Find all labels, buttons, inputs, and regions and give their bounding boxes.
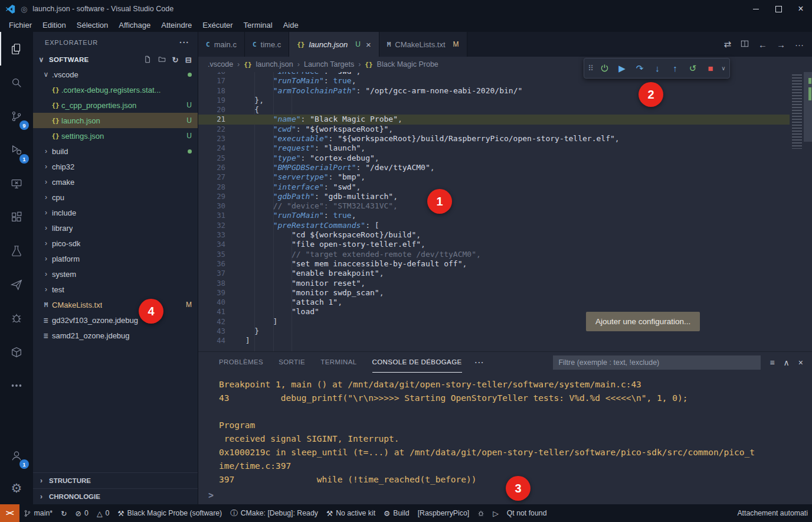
code-line-29[interactable]: 29 "gdbPath": "gdb-multiarch", [198, 192, 790, 201]
tree-item-build[interactable]: ›build [33, 143, 198, 159]
close-icon[interactable]: × [366, 40, 371, 50]
tree-item-cpu[interactable]: ›cpu [33, 190, 198, 205]
line-number[interactable]: 42 [198, 317, 236, 327]
panel-tab-sortie[interactable]: SORTIE [279, 352, 305, 373]
menu-item-edition[interactable]: Edition [37, 21, 71, 30]
tree-item-system[interactable]: ›system [33, 266, 198, 282]
line-number[interactable]: 18 [198, 86, 236, 96]
compare-icon[interactable]: ⇄ [723, 39, 731, 50]
line-number[interactable]: 25 [198, 154, 236, 163]
debug-console-input[interactable]: > [198, 490, 812, 504]
code-line-26[interactable]: 26 "BMPGDBSerialPort": "/dev/ttyACM0", [198, 163, 790, 172]
status-active-kit[interactable]: ⚒No active kit [322, 504, 379, 522]
line-number[interactable]: 22 [198, 125, 236, 134]
code-line-22[interactable]: 22 "cwd": "${workspaceRoot}", [198, 125, 790, 134]
line-number[interactable]: 27 [198, 172, 236, 182]
tree-item-platform[interactable]: ›platform [33, 251, 198, 266]
step-out-button[interactable]: ↑ [666, 59, 684, 77]
split-editor-icon[interactable] [741, 40, 749, 50]
line-number[interactable]: 20 [198, 105, 236, 115]
code-line-40[interactable]: 40 "attach 1", [198, 298, 790, 307]
code-line-36[interactable]: 36 "set mem inaccessible-by-default off"… [198, 259, 790, 269]
close-panel-icon[interactable]: × [798, 358, 803, 367]
line-number[interactable]: 40 [198, 298, 236, 307]
collapse-all-icon[interactable]: ⊟ [185, 56, 192, 64]
explorer-icon[interactable] [0, 32, 33, 66]
status-warnings[interactable]: △0 [93, 504, 113, 522]
tab-main-c[interactable]: Cmain.c [198, 32, 245, 57]
menu-item-s-lection[interactable]: Sélection [71, 21, 113, 30]
maximize-button[interactable] [767, 0, 790, 18]
breadcrumb-item-black-magic-probe[interactable]: Black Magic Probe [377, 60, 438, 68]
line-number[interactable]: 24 [198, 143, 236, 153]
status-build-target[interactable]: [RaspberryPico] [414, 504, 473, 522]
code-line-23[interactable]: 23 "executable": "${workspaceRoot}/build… [198, 134, 790, 143]
search-icon[interactable] [0, 66, 33, 99]
tree-item-test[interactable]: ›test [33, 282, 198, 297]
tree-item-cmake[interactable]: ›cmake [33, 174, 198, 190]
line-number[interactable]: 39 [198, 288, 236, 298]
minimap[interactable] [790, 73, 804, 351]
status-cmake-status[interactable]: ⓘCMake: [Debug]: Ready [226, 504, 322, 522]
extensions-icon[interactable] [0, 200, 33, 234]
code-line-28[interactable]: 28 "interface": "swd", [198, 182, 790, 192]
package-icon[interactable] [0, 335, 33, 368]
menu-item-fichier[interactable]: Fichier [4, 21, 37, 30]
filter-input[interactable] [553, 355, 761, 370]
status-sync[interactable]: ↻ [57, 504, 71, 522]
tree-item-c-cpp-properties-json[interactable]: {}c_cpp_properties.jsonU [33, 97, 198, 113]
tab-cmakelists-txt[interactable]: MCMakeLists.txtM [379, 32, 467, 57]
breadcrumb-item-vscode[interactable]: .vscode [208, 60, 233, 68]
menu-item-atteindre[interactable]: Atteindre [156, 21, 197, 30]
back-arrow-icon[interactable]: ← [758, 40, 767, 50]
section-structure[interactable]: › STRUCTURE [33, 472, 198, 488]
restart-button[interactable]: ↺ [684, 59, 702, 77]
status-debug-configuration[interactable]: ⚒Black Magic Probe (software) [113, 504, 226, 522]
accounts-icon[interactable]: 1 [0, 439, 33, 472]
tree-item-library[interactable]: ›library [33, 220, 198, 236]
tree-item-launch-json[interactable]: {}launch.jsonU [33, 113, 198, 128]
code-line-38[interactable]: 38 "monitor reset", [198, 279, 790, 288]
tree-item-samd21-ozone-jdebug[interactable]: ≡samd21_ozone.jdebug [33, 328, 198, 343]
step-over-button[interactable]: ↷ [631, 59, 649, 77]
step-into-button[interactable]: ↓ [649, 59, 666, 77]
menu-item-aide[interactable]: Aide [278, 21, 304, 30]
add-configuration-button[interactable]: Ajouter une configuration... [586, 312, 700, 331]
line-number[interactable]: 17 [198, 76, 236, 86]
code-line-39[interactable]: 39 "monitor swdp_scan", [198, 288, 790, 298]
line-number[interactable]: 23 [198, 134, 236, 143]
tree-item-cmakelists-txt[interactable]: MCMakeLists.txtM [33, 297, 198, 312]
line-number[interactable]: 21 [198, 115, 236, 124]
line-number[interactable]: 33 [198, 230, 236, 240]
code-line-44[interactable]: 44 ] [198, 336, 790, 345]
code-line-25[interactable]: 25 "type": "cortex-debug", [198, 154, 790, 163]
code-line-32[interactable]: 32 "preRestartCommands": [ [198, 221, 790, 230]
tab-time-c[interactable]: Ctime.c [245, 32, 289, 57]
code-line-42[interactable]: 42 ] [198, 317, 790, 327]
line-number[interactable]: 28 [198, 182, 236, 192]
code-line-31[interactable]: 31 "runToMain": true, [198, 211, 790, 220]
tree-item-vscode[interactable]: ∨.vscode [33, 67, 198, 82]
line-number[interactable]: 26 [198, 163, 236, 172]
status-cmake-debug-button[interactable] [473, 504, 489, 522]
bug-round-icon[interactable] [0, 301, 33, 335]
settings-gear-icon[interactable]: ⚙ [0, 472, 33, 504]
code-line-19[interactable]: 19 }, [198, 96, 790, 105]
panel-tab-console-de-d-bogage[interactable]: CONSOLE DE DÉBOGAGE [372, 352, 462, 373]
code-line-24[interactable]: 24 "request": "launch", [198, 143, 790, 153]
code-line-30[interactable]: 30 // "device": "STM32L431VC", [198, 201, 790, 211]
line-number[interactable]: 30 [198, 201, 236, 211]
code-line-20[interactable]: 20 { [198, 105, 790, 115]
code-line-18[interactable]: 18 "armToolchainPath": "/opt/gcc-arm-non… [198, 86, 790, 96]
line-number[interactable]: 34 [198, 240, 236, 249]
stop-button[interactable]: ■ [702, 59, 719, 77]
line-number[interactable]: 44 [198, 336, 236, 345]
drag-handle-icon[interactable]: ⠿ [586, 59, 595, 77]
console-lines-icon[interactable]: ≡ [770, 358, 774, 367]
devices-icon[interactable] [0, 167, 33, 200]
breadcrumb-item-launch-targets[interactable]: Launch Targets [304, 60, 354, 68]
code-editor[interactable]: 16 "interface": "swd",17 "runToMain": tr… [198, 72, 812, 351]
code-line-43[interactable]: 43 } [198, 327, 790, 336]
code-line-21[interactable]: 21 "name": "Black Magic Probe", [198, 115, 790, 124]
status-qt-status[interactable]: Qt not found [503, 504, 551, 522]
